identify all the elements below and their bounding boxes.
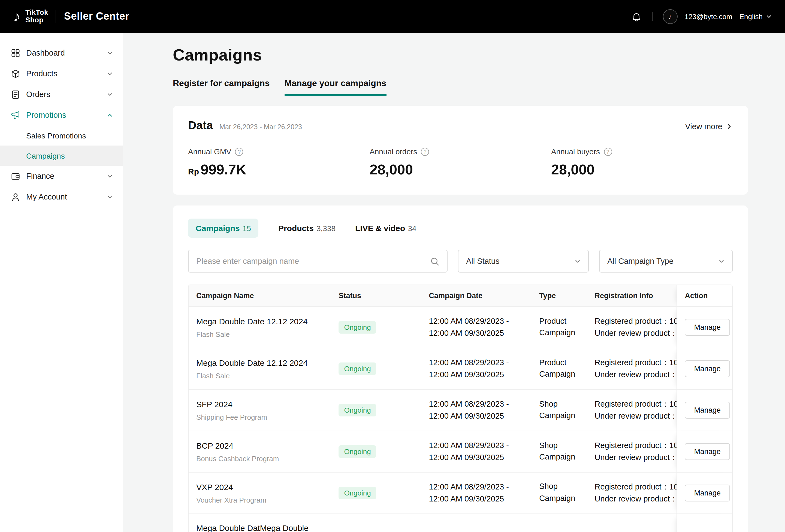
column-header-registration-info: Registration Info: [587, 285, 677, 307]
column-header-campaign-date: Campaign Date: [421, 285, 532, 307]
table-row: Mega Double Date 12.12 2024 Flash Sale O…: [188, 348, 732, 390]
chevron-down-icon: [107, 91, 113, 97]
dashboard-icon: [11, 48, 20, 57]
sidebar-item-products[interactable]: Products: [0, 63, 123, 84]
campaign-name: Mega Double Date 12.12 2024: [196, 357, 323, 369]
campaign-date-end: 12:00 AM 09/30/2025: [429, 493, 524, 505]
sidebar-item-finance[interactable]: Finance: [0, 166, 123, 186]
registration-registered: Registered product：100: [595, 481, 677, 493]
campaign-type-filter-value: All Campaign Type: [607, 257, 674, 265]
sidebar-item-label: My Account: [26, 193, 67, 201]
metric-label-row: Annual GMV ?: [188, 147, 370, 156]
status-badge: Ongoing: [338, 445, 376, 458]
sidebar-item-orders[interactable]: Orders: [0, 84, 123, 105]
language-selector[interactable]: English: [739, 12, 772, 21]
campaign-type-filter[interactable]: All Campaign Type: [599, 250, 733, 273]
account-email[interactable]: 123@byte.com: [684, 12, 732, 21]
manage-button[interactable]: Manage: [685, 319, 730, 336]
campaign-name: Mega Double DatMega Double Date 12.12 20…: [196, 522, 323, 532]
tab-campaigns[interactable]: Campaigns 15: [188, 219, 259, 238]
top-bar: ♪ TikTok Shop Seller Center ♪ 123@byte.c…: [0, 0, 785, 33]
products-icon: [11, 69, 20, 78]
chevron-down-icon: [575, 258, 581, 264]
page-title: Campaigns: [173, 46, 748, 64]
campaign-type: Shop Campaign: [539, 481, 579, 505]
help-icon[interactable]: ?: [421, 148, 429, 156]
metric-value-row: 28,000: [551, 161, 733, 178]
finance-wallet-icon: [11, 172, 20, 181]
tab-products[interactable]: Products 3,338: [278, 219, 335, 238]
sidebar-item-my-account[interactable]: My Account: [0, 186, 123, 207]
sidebar-item-label: Orders: [26, 90, 50, 99]
tiktok-note-icon: ♪: [13, 9, 21, 24]
sidebar-item-label: Finance: [26, 172, 54, 180]
sidebar-item-label: Dashboard: [26, 49, 65, 57]
brand-line1: TikTok: [25, 9, 48, 16]
tab-manage-your-campaigns[interactable]: Manage your campaigns: [284, 78, 386, 96]
campaign-date-end: 12:00 AM 09/30/2025: [429, 410, 524, 423]
campaign-date-end: 12:00 AM 09/30/2025: [429, 452, 524, 464]
campaign-table: Campaign Name Status Campaign Date Type …: [188, 284, 733, 532]
table-row: Mega Double Date 12.12 2024 Flash Sale O…: [188, 307, 732, 348]
sidebar-subitem-label: Campaigns: [26, 151, 65, 160]
chevron-down-icon: [107, 194, 113, 200]
campaign-date-start: 12:00 AM 08/29/2023 -: [429, 439, 524, 452]
campaign-search-input[interactable]: [196, 257, 430, 265]
chevron-down-icon: [107, 71, 113, 77]
campaign-date-start: 12:00 AM 08/29/2023 -: [429, 356, 524, 369]
manage-button[interactable]: Manage: [685, 402, 730, 419]
campaign-subtitle: Flash Sale: [196, 331, 323, 339]
page-tabs: Register for campaigns Manage your campa…: [173, 78, 748, 96]
tiktok-shop-logo[interactable]: ♪ TikTok Shop: [13, 9, 48, 24]
metric-label-row: Annual orders ?: [370, 147, 551, 156]
tab-live-video[interactable]: LIVE & video 34: [355, 219, 416, 238]
sidebar-item-dashboard[interactable]: Dashboard: [0, 43, 123, 63]
sidebar-item-label: Products: [26, 69, 57, 78]
view-more-link[interactable]: View more: [685, 122, 733, 131]
metric-value-row: 28,000: [370, 161, 551, 178]
date-range: Mar 26,2023 - Mar 26,2023: [220, 123, 302, 131]
tab-count: 15: [243, 224, 251, 233]
campaign-subtitle: Bonus Cashback Program: [196, 455, 323, 463]
status-badge: Ongoing: [338, 321, 376, 334]
manage-button[interactable]: Manage: [685, 484, 730, 501]
metric-label: Annual GMV: [188, 147, 231, 156]
manage-button[interactable]: Manage: [685, 360, 730, 377]
metric-value-row: Rp 999.7K: [188, 161, 370, 178]
table-row: Mega Double DatMega Double Date 12.12 20…: [188, 514, 732, 532]
metric-annual-gmv: Annual GMV ? Rp 999.7K: [188, 147, 370, 178]
table-row: VXP 2024 Voucher Xtra Program Ongoing 12…: [188, 473, 732, 514]
sidebar-subitem-label: Sales Promotions: [26, 131, 86, 140]
orders-icon: [11, 90, 20, 99]
campaign-type: Shop Campaign: [539, 398, 579, 422]
registration-registered: Registered product：100: [595, 439, 677, 452]
filter-row: All Status All Campaign Type: [188, 250, 733, 273]
account-avatar[interactable]: ♪: [663, 9, 677, 24]
help-icon[interactable]: ?: [235, 148, 244, 156]
sidebar-item-promotions[interactable]: Promotions: [0, 105, 123, 125]
notification-bell-icon[interactable]: [631, 11, 641, 22]
metric-value: 999.7K: [201, 161, 246, 178]
metric-label: Annual buyers: [551, 147, 600, 156]
campaign-subtitle: Shipping Fee Program: [196, 413, 323, 422]
status-badge: Ongoing: [338, 486, 376, 499]
campaign-date-start: 12:00 AM 08/29/2023 -: [429, 315, 524, 327]
table-header-row: Campaign Name Status Campaign Date Type …: [188, 285, 732, 307]
metric-annual-orders: Annual orders ? 28,000: [370, 147, 551, 178]
metric-annual-buyers: Annual buyers ? 28,000: [551, 147, 733, 178]
status-filter[interactable]: All Status: [458, 250, 589, 273]
manage-button[interactable]: Manage: [685, 443, 730, 460]
status-badge: Ongoing: [338, 404, 376, 416]
metric-label: Annual orders: [370, 147, 417, 156]
tab-register-for-campaigns[interactable]: Register for campaigns: [173, 78, 270, 96]
sidebar-item-sales-promotions[interactable]: Sales Promotions: [0, 125, 123, 146]
search-icon[interactable]: [430, 256, 439, 266]
user-icon: [11, 192, 20, 201]
campaign-date-start: 12:00 AM 08/29/2023 -: [429, 481, 524, 493]
campaign-date-start: 12:00 AM 08/29/2023 -: [429, 398, 524, 410]
chevron-right-icon: [726, 123, 733, 130]
divider: [652, 12, 652, 21]
help-icon[interactable]: ?: [604, 148, 612, 156]
campaign-name: Mega Double Date 12.12 2024: [196, 316, 323, 327]
sidebar-item-campaigns[interactable]: Campaigns: [0, 146, 123, 166]
